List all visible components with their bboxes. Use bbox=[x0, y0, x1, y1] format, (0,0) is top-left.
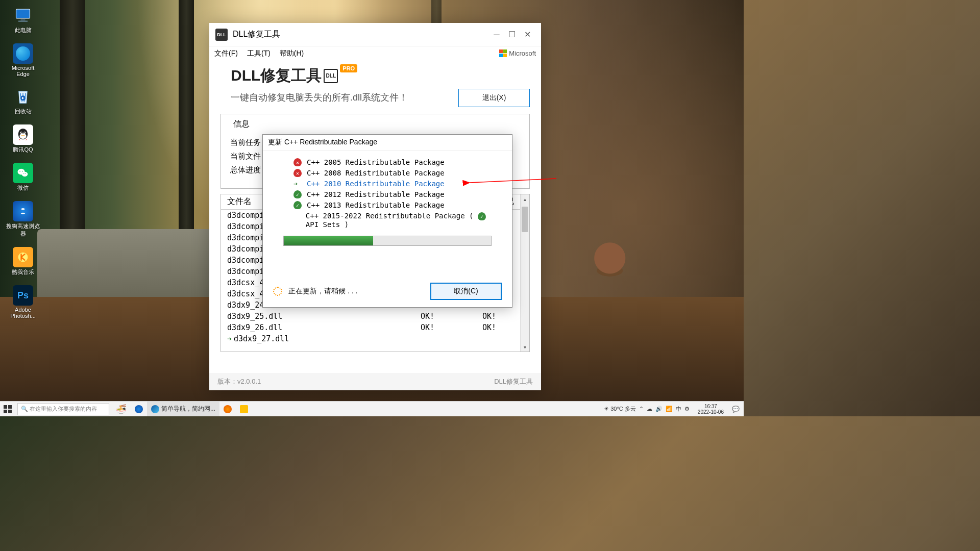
pro-badge: PRO bbox=[340, 64, 357, 72]
taskbar-search[interactable]: 🔍 在这里输入你要搜索的内容 bbox=[17, 403, 109, 415]
svg-rect-20 bbox=[4, 410, 7, 413]
tray-onedrive-icon[interactable]: ☁ bbox=[647, 406, 652, 412]
app-heading: DLL修复工具DLL PRO bbox=[231, 65, 530, 86]
desktop-icons-column: 此电脑 Microsoft Edge 回收站 腾讯QQ 微信 搜狗高速浏览器 酷… bbox=[5, 5, 41, 328]
scroll-down-button[interactable]: ▾ bbox=[521, 342, 529, 352]
desktop-icon-label: 此电脑 bbox=[15, 27, 32, 34]
desktop-icon-kugou[interactable]: 酷我音乐 bbox=[5, 247, 41, 276]
package-label: C++ 2012 Redistributable Package bbox=[307, 190, 445, 198]
app-heading-text: DLL修复工具 bbox=[231, 65, 322, 86]
scroll-thumb[interactable] bbox=[522, 207, 528, 232]
taskbar-app-firefox[interactable] bbox=[219, 402, 236, 417]
edge-icon bbox=[151, 405, 159, 413]
tray-volume-icon[interactable]: 🔊 bbox=[655, 406, 663, 412]
desktop-icon-sogou[interactable]: 搜狗高速浏览器 bbox=[5, 201, 41, 238]
qq-icon bbox=[13, 124, 33, 145]
tray-wifi-icon[interactable]: 📶 bbox=[666, 406, 673, 412]
package-label: C++ 2015-2022 Redistributable Package ( … bbox=[306, 212, 502, 229]
desktop-icon-label: 搜狗高速浏览器 bbox=[5, 222, 41, 238]
svg-point-14 bbox=[23, 173, 24, 173]
start-button[interactable] bbox=[0, 402, 15, 417]
menu-help[interactable]: 帮助(H) bbox=[280, 49, 304, 58]
svg-point-13 bbox=[22, 171, 23, 172]
file-table-scrollbar[interactable]: ▴ ▾ bbox=[520, 194, 529, 352]
desktop-icon-photoshop[interactable]: Ps Adobe Photosh... bbox=[5, 285, 41, 319]
shield-error-icon: ✕ bbox=[293, 158, 302, 166]
package-row: ✓C++ 2013 Redistributable Package bbox=[293, 201, 502, 209]
taskbar-app-generic[interactable]: 🍜 bbox=[111, 402, 131, 417]
search-placeholder: 在这里输入你要搜索的内容 bbox=[30, 405, 97, 413]
footer-brand: DLL修复工具 bbox=[494, 377, 533, 386]
dialog-title[interactable]: 更新 C++ Redistributable Package bbox=[263, 135, 512, 151]
table-row[interactable]: d3dx9_26.dllOK!OK! bbox=[221, 322, 520, 333]
svg-rect-1 bbox=[21, 19, 26, 21]
arrow-right-icon: ➔ bbox=[293, 180, 302, 188]
close-button[interactable]: ✕ bbox=[520, 27, 535, 42]
microsoft-logo-icon bbox=[499, 49, 507, 57]
version-label: 版本：v2.0.0.1 bbox=[217, 377, 261, 386]
tray-chevron-icon[interactable]: ⌃ bbox=[639, 406, 644, 412]
taskbar-app-edge[interactable]: 简单导航，简约网... bbox=[147, 402, 219, 417]
wechat-icon bbox=[13, 163, 33, 183]
desktop-icon-qq[interactable]: 腾讯QQ bbox=[5, 124, 41, 154]
exit-button[interactable]: 退出(X) bbox=[458, 89, 530, 107]
package-row: ✕C++ 2008 Redistributable Package bbox=[293, 169, 502, 177]
window-title: DLL修复工具 bbox=[233, 29, 489, 40]
scroll-up-button[interactable]: ▴ bbox=[521, 194, 529, 204]
tray-ime-icon[interactable]: 中 bbox=[676, 405, 681, 413]
table-row[interactable]: d3dx9_25.dllOK!OK! bbox=[221, 311, 520, 322]
shield-ok-icon: ✓ bbox=[293, 190, 302, 198]
photoshop-icon: Ps bbox=[13, 285, 33, 306]
weather-widget[interactable]: ☀ 30°C 多云 bbox=[604, 405, 636, 413]
package-label: C++ 2013 Redistributable Package bbox=[307, 201, 445, 209]
taskbar-app-sogou[interactable] bbox=[131, 402, 147, 417]
cell-filename: d3dx9_27.dll bbox=[221, 333, 397, 344]
desktop-icon-wechat[interactable]: 微信 bbox=[5, 163, 41, 192]
window-titlebar[interactable]: DLL DLL修复工具 ─ ☐ ✕ bbox=[209, 23, 541, 46]
spinner-icon bbox=[273, 287, 282, 296]
clock-time: 16:37 bbox=[698, 404, 724, 409]
svg-rect-21 bbox=[8, 410, 12, 413]
table-row[interactable]: d3dx9_27.dll bbox=[221, 333, 520, 344]
app-footer: 版本：v2.0.0.1 DLL修复工具 bbox=[209, 373, 541, 390]
svg-rect-0 bbox=[16, 9, 30, 18]
microsoft-brand: Microsoft bbox=[499, 49, 536, 57]
desktop-icon-this-pc[interactable]: 此电脑 bbox=[5, 5, 41, 34]
maximize-button[interactable]: ☐ bbox=[504, 27, 520, 42]
edge-icon bbox=[13, 43, 33, 64]
menu-tools[interactable]: 工具(T) bbox=[247, 49, 271, 58]
update-cpp-dialog: 更新 C++ Redistributable Package ✕C++ 2005… bbox=[262, 134, 512, 308]
desktop-icon-label: 酷我音乐 bbox=[12, 268, 34, 276]
shield-ok-icon: ✓ bbox=[478, 212, 486, 220]
package-row: ✕C++ 2005 Redistributable Package bbox=[293, 158, 502, 166]
system-tray[interactable]: ☀ 30°C 多云 ⌃ ☁ 🔊 📶 中 ⚙ bbox=[600, 405, 694, 413]
package-label: C++ 2010 Redistributable Package bbox=[307, 180, 445, 188]
cell-status1 bbox=[397, 333, 458, 344]
cell-status2: OK! bbox=[458, 311, 520, 322]
tray-settings-icon[interactable]: ⚙ bbox=[684, 406, 690, 412]
package-label: C++ 2005 Redistributable Package bbox=[307, 158, 445, 166]
shield-ok-icon: ✓ bbox=[293, 201, 302, 209]
notifications-button[interactable]: 💬 bbox=[728, 402, 744, 417]
desktop-icon-edge[interactable]: Microsoft Edge bbox=[5, 43, 41, 77]
svg-point-15 bbox=[26, 173, 26, 173]
menu-bar: 文件(F) 工具(T) 帮助(H) Microsoft bbox=[209, 46, 541, 60]
kugou-icon bbox=[13, 247, 33, 267]
minimize-button[interactable]: ─ bbox=[489, 27, 504, 42]
package-label: C++ 2008 Redistributable Package bbox=[307, 169, 445, 177]
dll-heading-icon: DLL bbox=[324, 69, 338, 83]
cell-filename: d3dx9_26.dll bbox=[221, 322, 397, 333]
desktop-icon-label: 腾讯QQ bbox=[13, 146, 33, 154]
menu-file[interactable]: 文件(F) bbox=[214, 49, 238, 58]
sogou-icon bbox=[13, 201, 33, 221]
package-row: ✓C++ 2012 Redistributable Package bbox=[293, 190, 502, 198]
taskbar-clock[interactable]: 16:37 2022-10-06 bbox=[694, 404, 728, 415]
desktop-icon-recycle-bin[interactable]: 回收站 bbox=[5, 86, 41, 115]
svg-point-9 bbox=[24, 132, 25, 133]
search-icon: 🔍 bbox=[21, 406, 28, 412]
microsoft-label: Microsoft bbox=[509, 49, 536, 57]
pc-icon bbox=[13, 5, 33, 26]
cancel-button[interactable]: 取消(C) bbox=[430, 283, 502, 300]
svg-point-12 bbox=[19, 171, 20, 172]
taskbar-app-explorer[interactable] bbox=[236, 402, 252, 417]
